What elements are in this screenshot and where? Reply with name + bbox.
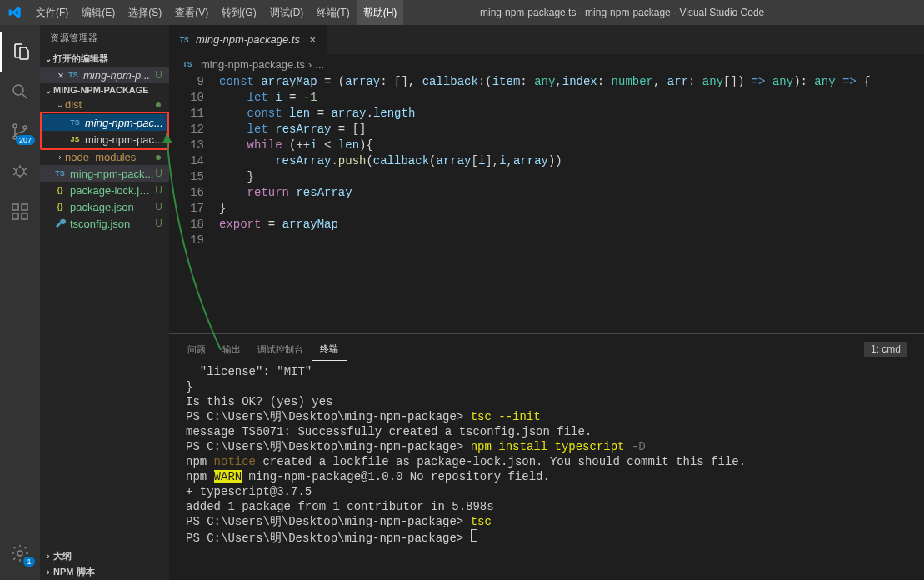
close-icon[interactable]: × xyxy=(55,69,67,82)
svg-rect-7 xyxy=(22,213,27,219)
code-editor[interactable]: 910111213141516171819 const arrayMap = (… xyxy=(169,74,924,333)
file-label: ming-npm-pac... xyxy=(85,117,164,129)
npm-scripts-header[interactable]: › NPM 脚本 xyxy=(40,564,169,580)
vcs-status: U xyxy=(155,168,166,179)
vcs-status: U xyxy=(155,218,166,229)
menu-go[interactable]: 转到(G) xyxy=(215,0,262,25)
title-bar: 文件(F) 编辑(E) 选择(S) 查看(V) 转到(G) 调试(D) 终端(T… xyxy=(0,0,924,25)
javascript-file-icon: JS xyxy=(68,132,82,146)
annotation-highlight-box: TS ming-npm-pac... JS ming-npm-pac... xyxy=(40,112,169,150)
file-label: package-lock.json xyxy=(70,184,155,197)
svg-point-1 xyxy=(13,124,17,128)
menu-terminal[interactable]: 终端(T) xyxy=(310,0,356,25)
typescript-file-icon: TS xyxy=(53,167,67,180)
panel-tab-problems[interactable]: 问题 xyxy=(179,338,214,361)
panel-tab-debug-console[interactable]: 调试控制台 xyxy=(249,338,312,361)
file-label: ming-npm-pack... xyxy=(70,168,155,180)
json-file-icon: {} xyxy=(53,183,67,197)
svg-point-9 xyxy=(17,551,22,556)
menu-file[interactable]: 文件(F) xyxy=(29,0,75,25)
vcs-dot-icon xyxy=(156,102,161,108)
panel-tabs: 问题 输出 调试控制台 终端 1: cmd xyxy=(169,334,924,361)
explorer-sidebar: 资源管理器 ⌄ 打开的编辑器 × TS ming-npm-p... U ⌄ MI… xyxy=(40,25,169,580)
breadcrumb-sep: › xyxy=(308,58,312,71)
folder-dist[interactable]: ⌄ dist xyxy=(40,97,169,112)
folder-node-modules[interactable]: › node_modules xyxy=(40,149,169,165)
chevron-right-icon: › xyxy=(43,552,53,561)
activity-source-control[interactable]: 207 xyxy=(0,112,40,152)
vscode-logo-icon xyxy=(0,6,29,19)
search-icon xyxy=(10,82,30,102)
svg-rect-8 xyxy=(22,204,27,210)
vcs-status: U xyxy=(155,201,166,212)
editor-group: TS ming-npm-package.ts × TS ming-npm-pac… xyxy=(169,25,924,580)
bottom-panel: 问题 输出 调试控制台 终端 1: cmd "license": "MIT"}I… xyxy=(169,333,924,580)
open-editors-label: 打开的编辑器 xyxy=(53,52,108,65)
code-content[interactable]: const arrayMap = (array: [], callback:(i… xyxy=(219,74,924,333)
settings-badge: 1 xyxy=(23,557,35,567)
activity-debug[interactable] xyxy=(0,152,40,192)
activity-search[interactable] xyxy=(0,72,40,112)
outline-header[interactable]: › 大纲 xyxy=(40,548,169,564)
file-tsconfig[interactable]: tsconfig.json U xyxy=(40,215,169,232)
activity-explorer[interactable] xyxy=(0,32,40,72)
svg-point-3 xyxy=(23,126,27,129)
file-dist-js[interactable]: JS ming-npm-pac... xyxy=(42,131,167,148)
file-package-json[interactable]: {} package.json U xyxy=(40,198,169,215)
chevron-down-icon: ⌄ xyxy=(43,86,53,95)
terminal-selector[interactable]: 1: cmd xyxy=(864,342,907,357)
json-file-icon xyxy=(53,217,67,230)
activity-bar: 207 1 xyxy=(0,25,40,580)
tab-filename: ming-npm-package.ts xyxy=(196,33,300,46)
panel-tab-terminal[interactable]: 终端 xyxy=(312,338,347,361)
svg-rect-5 xyxy=(12,204,18,210)
chevron-down-icon: ⌄ xyxy=(55,100,65,109)
menu-help[interactable]: 帮助(H) xyxy=(357,0,404,25)
chevron-right-icon: › xyxy=(43,568,53,577)
typescript-file-icon: TS xyxy=(68,116,82,129)
breadcrumb-tail: ... xyxy=(315,58,324,71)
files-icon xyxy=(11,42,31,62)
project-header[interactable]: ⌄ MING-NPM-PACKAGE xyxy=(40,83,169,97)
folder-label: node_modules xyxy=(65,151,156,163)
activity-extensions[interactable] xyxy=(0,192,40,232)
menu-edit[interactable]: 编辑(E) xyxy=(75,0,122,25)
typescript-file-icon: TS xyxy=(67,68,80,82)
outline-label: 大纲 xyxy=(53,550,72,562)
activity-settings[interactable]: 1 xyxy=(0,533,40,573)
breadcrumb[interactable]: TS ming-npm-package.ts › ... xyxy=(169,54,924,74)
project-name-label: MING-NPM-PACKAGE xyxy=(53,85,149,95)
open-editors-header[interactable]: ⌄ 打开的编辑器 xyxy=(40,51,169,67)
svg-rect-6 xyxy=(12,213,18,219)
chevron-down-icon: ⌄ xyxy=(43,54,53,63)
file-package-lock[interactable]: {} package-lock.json U xyxy=(40,182,169,198)
wrench-icon xyxy=(54,218,66,229)
npm-scripts-label: NPM 脚本 xyxy=(53,566,95,578)
vcs-status: U xyxy=(155,184,166,196)
typescript-file-icon: TS xyxy=(181,58,194,71)
breadcrumb-file: ming-npm-package.ts xyxy=(201,58,305,71)
extensions-icon xyxy=(10,202,30,222)
open-editor-file[interactable]: × TS ming-npm-p... U xyxy=(40,67,169,83)
menu-view[interactable]: 查看(V) xyxy=(168,0,215,25)
svg-point-4 xyxy=(16,168,24,176)
menu-bar: 文件(F) 编辑(E) 选择(S) 查看(V) 转到(G) 调试(D) 终端(T… xyxy=(29,0,403,25)
explorer-title: 资源管理器 xyxy=(40,25,169,51)
menu-debug[interactable]: 调试(D) xyxy=(263,0,311,25)
vcs-dot-icon xyxy=(156,155,161,160)
file-dist-ts[interactable]: TS ming-npm-pac... xyxy=(42,114,167,131)
line-number-gutter: 910111213141516171819 xyxy=(169,74,219,333)
folder-label: dist xyxy=(65,98,156,111)
open-editor-filename: ming-npm-p... xyxy=(83,69,155,82)
terminal-output[interactable]: "license": "MIT"}Is this OK? (yes) yesPS… xyxy=(169,361,924,580)
close-icon[interactable]: × xyxy=(307,33,318,46)
tab-ming-npm-package[interactable]: TS ming-npm-package.ts × xyxy=(169,25,327,54)
json-file-icon: {} xyxy=(53,200,67,213)
file-root-ts[interactable]: TS ming-npm-pack... U xyxy=(40,165,169,182)
window-title: ming-npm-package.ts - ming-npm-package -… xyxy=(403,7,924,18)
file-label: ming-npm-pac... xyxy=(85,133,164,146)
menu-selection[interactable]: 选择(S) xyxy=(122,0,168,25)
scm-badge: 207 xyxy=(16,135,35,145)
panel-tab-output[interactable]: 输出 xyxy=(214,338,249,361)
vcs-status: U xyxy=(155,69,166,81)
